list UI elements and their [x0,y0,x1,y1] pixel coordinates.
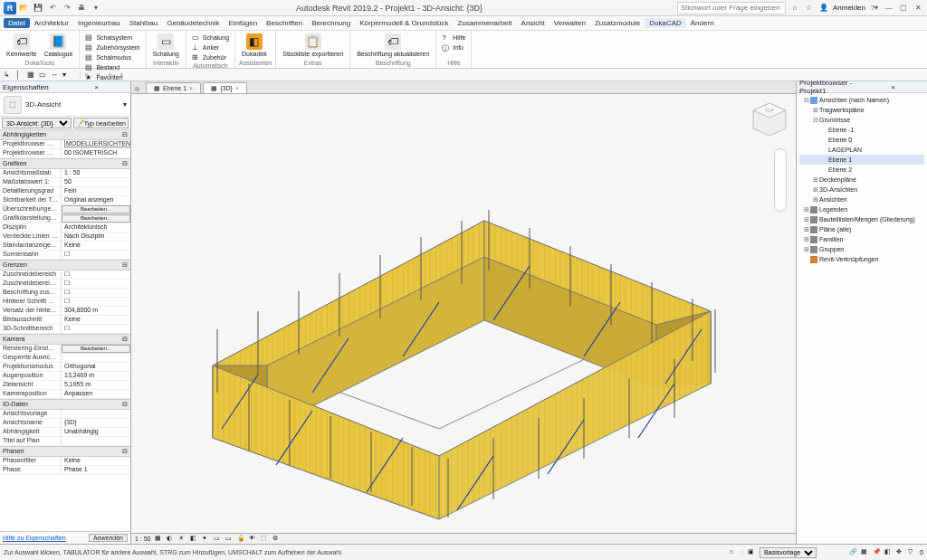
t2a-icon[interactable]: ▫ [85,71,94,80]
drag-elements-icon[interactable]: ✥ [896,548,905,557]
prop-row[interactable]: Maßstabswert 1:50 [0,178,130,187]
tree-item[interactable]: ⊞Deckenpläne [799,175,924,185]
prop-row[interactable]: DisziplinArchitektonisch [0,223,130,233]
tree-item[interactable]: ⊞Tragwerkspläne [799,105,924,115]
prop-row[interactable]: Rendering-Einstellun...Bearbeiten... [0,345,130,354]
temp-hide-icon[interactable]: 👁 [249,535,257,543]
prop-row[interactable]: ProjektionsmodusOrthogonal [0,363,130,372]
prop-row[interactable]: Versatz der hinteren ...304,8000 m [0,307,130,316]
user-icon[interactable]: 👤 [818,3,829,14]
infocenter-icon[interactable]: ⌂ [789,3,800,14]
menu--ndern[interactable]: Ändern [686,18,719,28]
prop-row[interactable]: 3D-Schnittbereich [0,325,130,334]
properties-help-link[interactable]: Hilfe zu Eigenschaften [3,535,66,541]
tree-item[interactable]: ⊞3D-Ansichten [799,185,924,195]
view-tab[interactable]: ▦{3D}× [203,82,247,93]
select-pinned-icon[interactable]: 📌 [873,548,882,557]
tree-item[interactable]: Revit-Verknüpfungen [799,254,924,264]
filter-icon[interactable]: ▽ [908,548,917,557]
prop-row[interactable]: Verdeckte Linien anz...Nach Disziplin [0,233,130,242]
navigation-bar[interactable] [774,148,787,212]
prop-row[interactable]: Projektbrowser Glied...00 ISOMETRISCH [0,149,130,158]
menu-geb-udetechnik[interactable]: Gebäudetechnik [162,18,224,28]
viewport-3d[interactable]: TOP [131,94,796,533]
ribbon-schalmodus-button[interactable]: ▤Schalmodus [83,52,141,62]
menu-architektur[interactable]: Architektur [30,18,73,28]
prop-row[interactable]: Zuschneidebereich [0,271,130,280]
prop-row[interactable]: Sonnenbahn [0,251,130,260]
ribbon-zubeh-r-button[interactable]: ⊞Zubehör [190,52,231,62]
modify-icon[interactable]: ↳ [4,71,13,80]
prop-row[interactable]: PhasenfilterKeine [0,457,130,466]
view-cube[interactable]: TOP [750,100,790,140]
prop-section-header[interactable]: Abhängigkeiten⊟ [0,129,130,140]
visual-style-icon[interactable]: ◐ [167,535,175,543]
print-icon[interactable]: 🖶 [76,3,87,14]
close-icon[interactable]: ✕ [913,3,923,14]
crop-visible-icon[interactable]: ▭ [225,535,234,543]
t2d-icon[interactable]: ▫ [120,71,129,80]
design-options-select[interactable]: Basisvorlage [760,547,817,558]
prop-row[interactable]: Projektbrowser Glied...MODELLIERSICHTEN [0,140,130,149]
prop-row[interactable]: Augenposition13,2469 m [0,372,130,381]
menu-ansicht[interactable]: Ansicht [517,18,550,28]
select-underlay-icon[interactable]: ▦ [861,548,870,557]
type-selector[interactable]: ⬚ 3D-Ansicht ▾ [0,93,130,117]
prop-row[interactable]: DetaillierungsgradFein [0,187,130,196]
tree-item[interactable]: ⊞Legenden [799,204,924,214]
shadows-icon[interactable]: ◧ [190,535,198,543]
tree-item[interactable]: ⊞Gruppen [799,244,924,254]
detail-level-icon[interactable]: ▦ [155,535,163,543]
tree-item[interactable]: ⊟Ansichten (nach Namen) [799,95,924,105]
sun-path-icon[interactable]: ☀ [178,535,186,543]
prop-row[interactable]: Sichtbarkeit der Teile...Original anzeig… [0,196,130,205]
view-tab[interactable]: ▦Ebene 1× [146,82,201,93]
ribbon-catalogue-button[interactable]: 📘Catalogue [41,33,75,58]
prop-row[interactable]: Standardanzeigestil f...Keine [0,242,130,251]
tree-item[interactable]: ⊞Familien [799,234,924,244]
unlock-icon[interactable]: 🔓 [237,535,245,543]
ribbon-schalsystem-button[interactable]: ▤Schalsystem [83,33,141,43]
prop-row[interactable]: BildausschnittKeine [0,316,130,325]
tree-item[interactable]: Ebene 2 [799,165,924,175]
prop-row[interactable]: Titel auf Plan [0,437,130,446]
reveal-icon[interactable]: ⬚ [261,535,269,543]
prop-row[interactable]: Ansichtsmaßstab1 : 50 [0,169,130,178]
tree-item[interactable]: Ebene -1 [799,125,924,135]
prop-section-header[interactable]: Grafiken⊟ [0,158,130,169]
new-tab-icon[interactable]: ⊕ [134,85,140,93]
grid-icon[interactable]: ▦ [27,71,36,80]
tree-item[interactable]: ⊞Ansichten [799,195,924,204]
help-icon[interactable]: ?▾ [869,3,880,14]
tree-item[interactable]: ⊞Bauteillisten/Mengen (Gliederung) [799,214,924,224]
tree-item[interactable]: LAGEPLAN [799,145,924,155]
prop-section-header[interactable]: Kamera⊟ [0,334,130,345]
prop-section-header[interactable]: ID-Daten⊟ [0,399,130,410]
select-face-icon[interactable]: ◧ [884,548,894,557]
scale-label[interactable]: 1 : 50 [135,536,151,542]
prop-row[interactable]: Beschriftung zuschn... [0,289,130,298]
ribbon-st-ckliste-exportieren-button[interactable]: 📋Stückliste exportieren [280,33,346,58]
prop-row[interactable]: Ansichtsname{3D} [0,419,130,428]
ribbon-kennwerte-button[interactable]: 🏷Kennwerte [4,33,39,58]
select-links-icon[interactable]: 🔗 [849,548,858,557]
menu-ingenieurbau[interactable]: Ingenieurbau [73,18,125,28]
menu-dokacad[interactable]: DokaCAD [645,18,686,28]
instance-filter-select[interactable]: 3D-Ansicht: {3D} [2,118,72,128]
menu-zusatzmodule[interactable]: Zusatzmodule [590,18,645,28]
ribbon-beschriftung-aktualisieren-button[interactable]: 🏷Beschriftung aktualisieren [354,33,432,58]
menu-verwalten[interactable]: Verwalten [550,18,590,28]
browser-close-icon[interactable]: × [862,83,924,91]
render-icon[interactable]: ✦ [202,535,210,543]
crop-icon[interactable]: ▭ [214,535,222,543]
editable-only-icon[interactable]: ▣ [748,548,757,557]
edit-type-button[interactable]: 📝 Typ bearbeiten [73,118,129,128]
redo-icon[interactable]: ↷ [62,3,72,14]
t2b-icon[interactable]: ▫ [97,71,106,80]
prop-row[interactable]: AbhängigkeitUnabhängig [0,428,130,437]
ribbon-hilfe-button[interactable]: ?Hilfe [440,33,467,43]
tree-item[interactable]: ⊞Pläne (alle) [799,224,924,234]
properties-close-icon[interactable]: × [65,83,128,91]
maximize-icon[interactable]: ▢ [898,3,909,14]
prop-row[interactable]: Grafikdarstellungsop...Bearbeiten... [0,214,130,223]
